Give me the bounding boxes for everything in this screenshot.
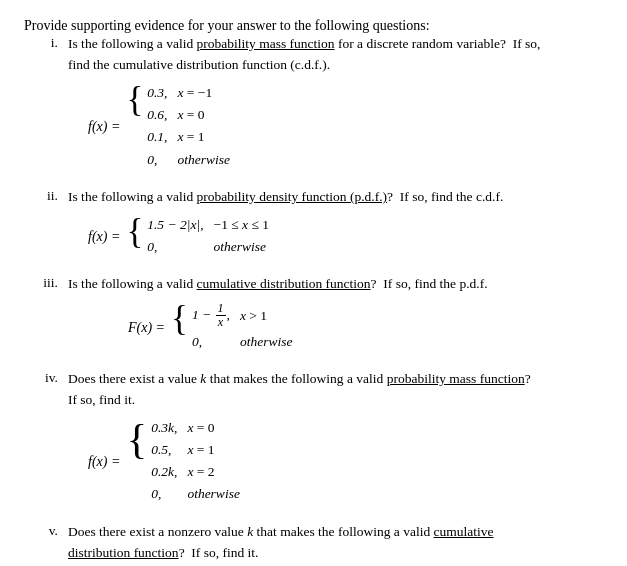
case-row-iv-2: 0.5, x = 1 (151, 439, 240, 461)
frac-iii: 1x (216, 302, 226, 329)
q-text-v: Does there exist a nonzero value k that … (68, 522, 603, 564)
q-content-v: Does there exist a nonzero value k that … (68, 522, 603, 566)
underline-pmf-i: probability mass function (197, 36, 335, 51)
q-content-ii: Is the following a valid probability den… (68, 187, 603, 262)
cases-table-ii: 1.5 − 2|x|, −1 ≤ x ≤ 1 0, otherwise (147, 214, 269, 259)
f-label-iv: f(x) = (88, 451, 120, 472)
question-iii: iii. Is the following a valid cumulative… (24, 274, 603, 357)
brace-i: { (126, 82, 143, 171)
case-row-iii-2: 0, otherwise (192, 331, 293, 353)
q-content-iii: Is the following a valid cumulative dist… (68, 274, 603, 357)
underline-cdf-v1: cumulative (434, 524, 494, 539)
question-ii: ii. Is the following a valid probability… (24, 187, 603, 262)
q-text-i: Is the following a valid probability mas… (68, 34, 603, 76)
q-num-iii: iii. (24, 274, 68, 291)
f-label-ii: f(x) = (88, 226, 120, 247)
cases-i: { 0.3, x = −1 0.6, x = 0 0.1, x = 1 (126, 82, 230, 171)
cases-table-iv: 0.3k, x = 0 0.5, x = 1 0.2k, x = 2 0, ot… (151, 417, 240, 506)
q-text-iv: Does there exist a value k that makes th… (68, 369, 603, 411)
case-row-i-3: 0.1, x = 1 (147, 126, 230, 148)
q-text-iii: Is the following a valid cumulative dist… (68, 274, 603, 295)
q-num-iv: iv. (24, 369, 68, 386)
cases-iv: { 0.3k, x = 0 0.5, x = 1 0.2k, x = 2 (126, 417, 239, 506)
q-content-iv: Does there exist a value k that makes th… (68, 369, 603, 510)
underline-cdf-v2: distribution function (68, 545, 179, 560)
case-row-i-4: 0, otherwise (147, 149, 230, 171)
brace-iii: { (171, 301, 188, 353)
q-num-ii: ii. (24, 187, 68, 204)
cases-table-i: 0.3, x = −1 0.6, x = 0 0.1, x = 1 0, oth… (147, 82, 230, 171)
case-row-ii-1: 1.5 − 2|x|, −1 ≤ x ≤ 1 (147, 214, 269, 236)
underline-pmf-iv: probability mass function (387, 371, 525, 386)
q-text-ii: Is the following a valid probability den… (68, 187, 603, 208)
case-row-iv-4: 0, otherwise (151, 483, 240, 505)
case-row-i-1: 0.3, x = −1 (147, 82, 230, 104)
f-label-i: f(x) = (88, 116, 120, 137)
question-iv: iv. Does there exist a value k that make… (24, 369, 603, 510)
brace-ii: { (126, 214, 143, 259)
formula-i: f(x) = { 0.3, x = −1 0.6, x = 0 0.1, x =… (68, 82, 603, 171)
brace-iv: { (126, 417, 147, 506)
q-num-i: i. (24, 34, 68, 51)
q-num-v: v. (24, 522, 68, 539)
f-label-iii: F(x) = (128, 317, 165, 338)
cases-table-iii: 1 − 1x, x > 1 0, otherwise (192, 301, 293, 353)
question-v: v. Does there exist a nonzero value k th… (24, 522, 603, 566)
cases-ii: { 1.5 − 2|x|, −1 ≤ x ≤ 1 0, otherwise (126, 214, 269, 259)
q-content-i: Is the following a valid probability mas… (68, 34, 603, 175)
case-row-iv-1: 0.3k, x = 0 (151, 417, 240, 439)
case-row-ii-2: 0, otherwise (147, 236, 269, 258)
header-text: Provide supporting evidence for your ans… (24, 18, 603, 34)
question-i: i. Is the following a valid probability … (24, 34, 603, 175)
cases-iii: { 1 − 1x, x > 1 0, otherwise (171, 301, 292, 353)
underline-cdf-iii: cumulative distribution function (197, 276, 371, 291)
case-row-iv-3: 0.2k, x = 2 (151, 461, 240, 483)
case-row-i-2: 0.6, x = 0 (147, 104, 230, 126)
header: Provide supporting evidence for your ans… (24, 18, 603, 34)
case-row-iii-1: 1 − 1x, x > 1 (192, 301, 293, 330)
formula-iv: f(x) = { 0.3k, x = 0 0.5, x = 1 0.2k, x … (68, 417, 603, 506)
underline-pdf-ii: probability density function (p.d.f.) (197, 189, 387, 204)
formula-iii: F(x) = { 1 − 1x, x > 1 0, otherwise (108, 301, 603, 353)
formula-ii: f(x) = { 1.5 − 2|x|, −1 ≤ x ≤ 1 0, other… (68, 214, 603, 259)
